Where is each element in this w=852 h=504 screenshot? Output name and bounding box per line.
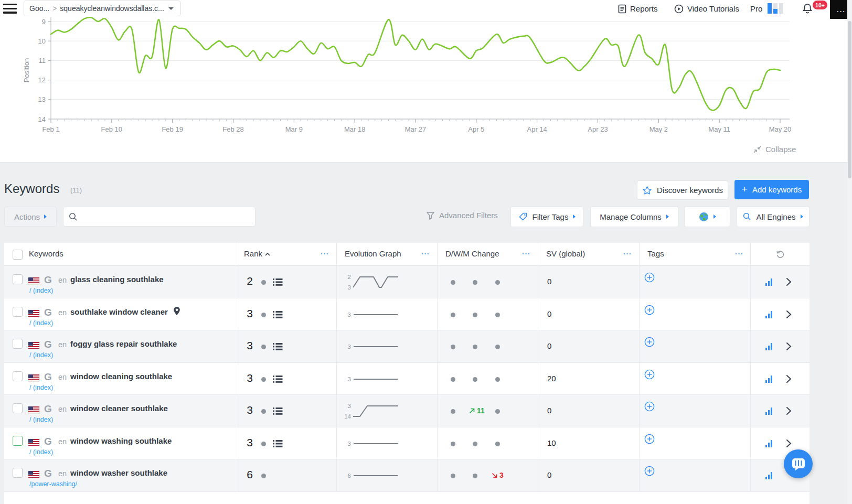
collapse-button[interactable]: Collapse — [753, 145, 796, 154]
add-tag-icon[interactable] — [644, 466, 655, 476]
keyword-text[interactable]: window washer southlake — [70, 468, 167, 477]
locale-dropdown[interactable] — [684, 206, 730, 227]
serp-features-icon[interactable] — [273, 407, 283, 415]
sv-column-menu[interactable]: ... — [623, 248, 632, 256]
column-header-tags[interactable]: Tags — [647, 249, 664, 258]
dwm-column-menu[interactable]: ... — [522, 248, 530, 256]
tags-column-menu[interactable]: ... — [735, 248, 743, 256]
filter-tags-dropdown[interactable]: Filter Tags — [510, 206, 583, 227]
table-row[interactable]: Genwindow cleaning southlake/ (index)332… — [4, 363, 810, 395]
keyword-text[interactable]: glass cleaning southlake — [70, 275, 164, 284]
add-tag-icon[interactable] — [644, 337, 655, 347]
keyword-url-link[interactable]: / (index) — [29, 319, 53, 327]
rank-dot-icon[interactable] — [261, 377, 266, 382]
chat-widget-button[interactable] — [784, 449, 813, 478]
column-header-evolution[interactable]: Evolution Graph — [345, 249, 401, 258]
row-checkbox[interactable] — [13, 274, 23, 284]
add-tag-icon[interactable] — [644, 369, 655, 380]
serp-features-icon[interactable] — [273, 439, 283, 448]
page-scrollbar[interactable] — [847, 0, 852, 504]
serp-features-icon[interactable] — [273, 310, 283, 319]
advanced-filters-button[interactable]: Advanced Filters — [426, 211, 498, 220]
table-row[interactable]: Gensouthlake window cleaner/ (index)330 — [4, 298, 810, 331]
rank-value: 3 — [243, 307, 257, 320]
column-header-rank[interactable]: Rank — [244, 249, 262, 258]
keyword-text[interactable]: window washing southlake — [70, 436, 172, 445]
funnel-icon — [426, 211, 435, 220]
column-header-dwm[interactable]: D/W/M Change — [445, 249, 499, 258]
keyword-stats-icon[interactable] — [765, 440, 772, 447]
add-tag-icon[interactable] — [644, 272, 655, 283]
keyword-search[interactable] — [63, 207, 255, 227]
row-expand-chevron[interactable] — [786, 310, 792, 319]
select-all-checkbox[interactable] — [13, 250, 23, 260]
add-tag-icon[interactable] — [644, 401, 655, 412]
keyword-text[interactable]: foggy glass repair southlake — [70, 339, 177, 348]
all-engines-dropdown[interactable]: All Engines — [737, 206, 810, 227]
rank-dot-icon[interactable] — [261, 409, 266, 414]
row-checkbox[interactable] — [13, 436, 23, 446]
keyword-stats-icon[interactable] — [765, 311, 772, 318]
rank-dot-icon[interactable] — [261, 442, 266, 446]
keyword-text[interactable]: window cleaning southlake — [70, 372, 172, 381]
row-expand-chevron[interactable] — [786, 374, 792, 383]
evolution-mini-chart: 3 — [344, 306, 402, 324]
table-row[interactable]: Genglass cleaning southlake/ (index)2230 — [4, 266, 810, 298]
serp-features-icon[interactable] — [273, 342, 283, 351]
table-row[interactable]: Genfoggy glass repair southlake/ (index)… — [4, 330, 810, 363]
keyword-stats-icon[interactable] — [765, 376, 772, 383]
rank-column-menu[interactable]: ... — [321, 248, 329, 256]
chevron-right-icon — [573, 215, 576, 219]
keyword-stats-icon[interactable] — [765, 472, 772, 479]
keyword-url-link[interactable]: / (index) — [29, 384, 53, 391]
rank-dot-icon[interactable] — [261, 313, 266, 317]
serp-features-icon[interactable] — [273, 278, 283, 286]
discover-keywords-button[interactable]: Discover keywords — [637, 180, 728, 200]
row-expand-chevron[interactable] — [786, 342, 792, 351]
column-header-sv[interactable]: SV (global) — [546, 249, 585, 258]
keyword-url-link[interactable]: /power-washing/ — [29, 480, 77, 488]
scrollbar-thumb[interactable] — [848, 21, 851, 178]
keyword-text[interactable]: window cleaner southlake — [70, 404, 168, 413]
keyword-url-link[interactable]: / (index) — [29, 416, 53, 423]
actions-dropdown[interactable]: Actions — [4, 207, 57, 227]
page-title: Keywords — [4, 181, 59, 196]
svg-text:3: 3 — [348, 441, 351, 447]
keyword-stats-icon[interactable] — [765, 278, 772, 286]
evolution-column-menu[interactable]: ... — [421, 248, 430, 256]
keyword-stats-icon[interactable] — [765, 343, 772, 350]
rank-dot-icon[interactable] — [261, 474, 266, 478]
row-checkbox[interactable] — [13, 371, 23, 381]
reset-icon[interactable] — [775, 249, 785, 259]
svg-text:Apr 5: Apr 5 — [468, 125, 484, 133]
search-input[interactable] — [82, 212, 250, 221]
arrow-down-right-icon — [491, 472, 498, 479]
keyword-text[interactable]: southlake window cleaner — [70, 307, 168, 316]
manage-columns-label: Manage Columns — [600, 212, 662, 221]
table-row[interactable]: Genwindow cleaner southlake/ (index)3314… — [4, 395, 810, 427]
rank-dot-icon[interactable] — [261, 280, 266, 285]
keyword-url-link[interactable]: / (index) — [29, 287, 53, 294]
tag-icon — [518, 212, 528, 221]
add-tag-icon[interactable] — [644, 434, 655, 444]
keyword-url-link[interactable]: / (index) — [29, 448, 53, 456]
rank-value: 3 — [243, 404, 257, 416]
manage-columns-dropdown[interactable]: Manage Columns — [590, 206, 678, 227]
row-checkbox[interactable] — [13, 307, 23, 317]
row-checkbox[interactable] — [13, 339, 23, 349]
row-checkbox[interactable] — [13, 468, 23, 478]
rank-dot-icon[interactable] — [261, 345, 266, 349]
column-header-keywords[interactable]: Keywords — [29, 249, 63, 258]
keyword-url-link[interactable]: / (index) — [29, 351, 53, 359]
keyword-stats-icon[interactable] — [765, 408, 772, 415]
table-row[interactable]: Genwindow washing southlake/ (index)3310 — [4, 427, 810, 460]
row-expand-chevron[interactable] — [786, 277, 792, 286]
table-row[interactable]: Genwindow washer southlake/power-washing… — [4, 459, 810, 492]
add-tag-icon[interactable] — [644, 305, 655, 315]
serp-features-icon[interactable] — [273, 375, 283, 383]
row-expand-chevron[interactable] — [786, 439, 792, 448]
svg-text:Feb 19: Feb 19 — [162, 125, 183, 133]
add-keywords-button[interactable]: + Add keywords — [734, 180, 809, 199]
row-checkbox[interactable] — [13, 403, 23, 413]
row-expand-chevron[interactable] — [786, 406, 792, 415]
